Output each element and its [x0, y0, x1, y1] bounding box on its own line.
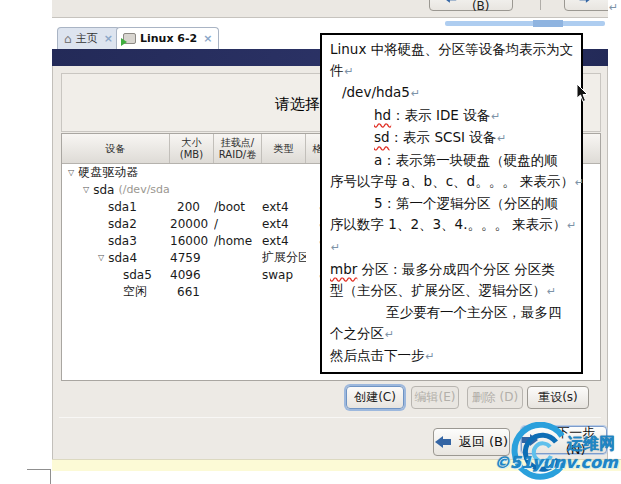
return-mark-icon: ↵ [547, 285, 556, 298]
note-line: ↵ [330, 236, 574, 259]
annotation-note: Linux 中将硬盘、分区等设备均表示为文件↵/dev/hda5↵hd：表示 I… [320, 33, 583, 374]
return-mark-icon: ↵ [331, 241, 340, 254]
device-name: sda3 [108, 234, 137, 248]
note-line: 个之分区↵ [330, 323, 574, 346]
device-name: sda1 [108, 200, 137, 214]
type-cell: 扩展分区 [262, 249, 306, 266]
device-name: 硬盘驱动器 [78, 164, 138, 181]
delete-button: 删除 (D) [467, 386, 523, 409]
page: 返回 (B) ↵ ⌂ 主页 × Linux 6-2 × 请选择 设备大小(MB)… [0, 0, 621, 484]
note-line: 序号以字母 a、b、c、d。。。 来表示）↵ [330, 171, 574, 194]
vm-console-icon [123, 33, 136, 44]
expander-icon[interactable]: ▽ [98, 253, 104, 262]
device-name: 空闲 [123, 283, 147, 300]
device-cell: sda1 [62, 200, 170, 214]
note-line: mbr 分区：最多分成四个分区 分区类 [330, 259, 574, 280]
arrow-left-icon [443, 0, 455, 2]
type-cell: ext4 [262, 234, 306, 248]
top-toolbar: 返回 (B) [52, 0, 608, 18]
size-cell: 16000 [170, 234, 214, 248]
page-title: 请选择 [275, 95, 320, 114]
toolbar-separator [540, 0, 541, 10]
reset-button[interactable]: 重设(s) [527, 386, 589, 409]
device-name: sda5 [123, 268, 152, 282]
note-line: 5：第一个逻辑分区（分区的顺 [330, 193, 574, 214]
note-line: /dev/hda5↵ [330, 82, 574, 105]
device-cell: ▽sda4 [62, 251, 170, 265]
return-mark-icon: ↵ [426, 350, 435, 363]
size-cell: 4096 [170, 268, 214, 282]
edit-button: 编辑(E) [411, 386, 459, 409]
note-line: hd：表示 IDE 设备↵ [330, 105, 574, 128]
word-table-corner [27, 469, 51, 484]
device-cell: sda3 [62, 234, 170, 248]
arrow-right-icon [522, 434, 538, 446]
note-line: 序以数字 1、2、3、4.。。。 来表示）↵ [330, 214, 574, 237]
toolbar-back-button[interactable]: 返回 (B) [429, 0, 513, 11]
device-path: (/dev/sda) [118, 183, 170, 196]
return-mark-icon: ↵ [491, 110, 500, 123]
return-mark-icon: ↵ [411, 87, 420, 100]
close-icon[interactable]: × [203, 32, 212, 45]
arrow-left-icon [435, 436, 452, 448]
column-header[interactable]: 挂载点/RAID/卷 [214, 134, 262, 163]
next-button-label: 下一步 (N) [545, 424, 606, 457]
tab-label: Linux 6-2 [140, 32, 197, 45]
type-cell: ext4 [262, 217, 306, 231]
note-line: Linux 中将硬盘、分区等设备均表示为文 [330, 39, 574, 60]
mount-cell: /boot [214, 200, 262, 214]
toolbar-next-button[interactable] [564, 0, 608, 11]
mount-cell: /home [214, 234, 262, 248]
mount-cell: / [214, 217, 262, 231]
return-mark-icon: ↵ [575, 176, 584, 189]
return-mark-icon: ↵ [345, 65, 354, 78]
return-mark-icon: ↵ [497, 132, 506, 145]
column-header[interactable]: 大小(MB) [170, 134, 214, 163]
note-line: 至少要有一个主分区，最多四 [330, 302, 574, 323]
note-line: sd：表示 SCSI 设备↵ [330, 127, 574, 150]
note-line: 件↵ [330, 60, 574, 83]
close-icon[interactable]: × [104, 32, 113, 45]
create-button[interactable]: 创建(C) [346, 386, 404, 409]
device-cell: sda5 [62, 268, 170, 282]
device-cell: ▽sda(/dev/sda) [62, 183, 170, 197]
device-name: sda4 [108, 251, 137, 265]
status-strip [52, 459, 621, 471]
action-button-row: 创建(C)编辑(E)删除 (D)重设(s) [53, 383, 609, 413]
expander-icon[interactable]: ▽ [68, 168, 74, 177]
column-header[interactable]: 类型 [262, 134, 306, 163]
tab-home[interactable]: ⌂ 主页 × [57, 27, 120, 49]
size-cell: 661 [170, 285, 214, 299]
device-cell: 空闲 [62, 283, 170, 300]
device-name: sda [93, 183, 114, 197]
arrow-right-icon [579, 0, 593, 2]
expander-icon[interactable]: ▽ [83, 185, 89, 194]
return-mark-icon: ↵ [609, 1, 618, 14]
size-cell: 20000 [170, 217, 214, 231]
column-header[interactable]: 设备 [62, 134, 170, 163]
selection-sliver [445, 21, 605, 26]
home-icon: ⌂ [64, 32, 72, 46]
divider [59, 417, 601, 418]
size-cell: 200 [170, 200, 214, 214]
note-line: 型（主分区、扩展分区、逻辑分区）↵ [330, 280, 574, 303]
device-cell: sda2 [62, 217, 170, 231]
type-cell: swap [262, 268, 306, 282]
tab-label: 主页 [76, 31, 98, 46]
back-button[interactable]: 返回 (B) [433, 428, 510, 456]
device-name: sda2 [108, 217, 137, 231]
device-cell: ▽硬盘驱动器 [62, 164, 170, 181]
return-mark-icon: ↵ [385, 328, 394, 341]
return-mark-icon: ↵ [567, 219, 576, 232]
tab-linux-6-2[interactable]: Linux 6-2 × [116, 27, 219, 49]
mouse-cursor-icon [576, 84, 589, 103]
note-line: 然后点击下一步↵ [330, 345, 574, 368]
size-cell: 4759 [170, 251, 214, 265]
note-line: a：表示第一块硬盘（硬盘的顺 [330, 150, 574, 171]
back-button-label: 返回 (B) [459, 433, 508, 451]
toolbar-back-label: 返回 (B) [461, 0, 500, 13]
next-button[interactable]: 下一步 (N) [521, 426, 607, 454]
type-cell: ext4 [262, 200, 306, 214]
